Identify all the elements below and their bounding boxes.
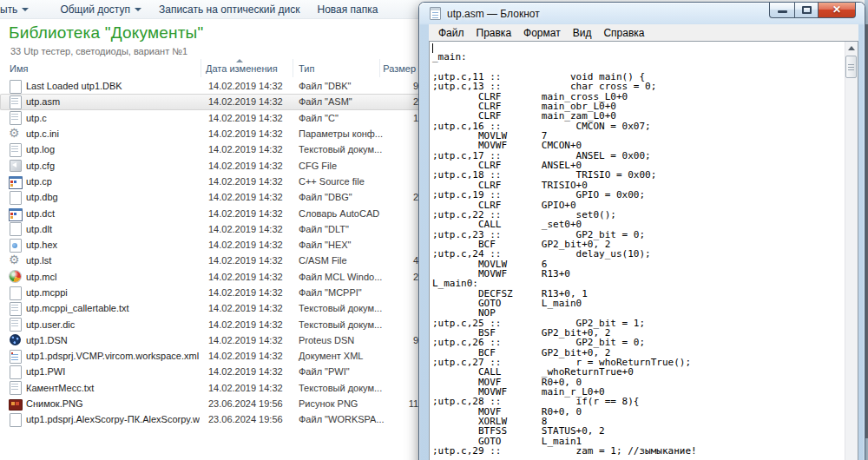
file-date: 14.02.2019 14:32 — [208, 303, 283, 313]
file-type: Proteus DSN — [299, 335, 354, 345]
page-lines-file-icon — [9, 302, 22, 315]
file-type: Файл "PWI" — [299, 366, 350, 377]
file-date: 14.02.2019 14:32 — [208, 287, 283, 298]
maximize-button[interactable] — [794, 3, 819, 18]
app-window-file-icon — [9, 207, 22, 220]
table-row[interactable]: utp.c.ini 14.02.2019 14:32 Параметры кон… — [0, 126, 441, 141]
file-date: 14.02.2019 14:32 — [208, 335, 283, 345]
page-lines-file-icon — [9, 143, 22, 156]
notepad-menubar: ФайлПравкаФорматВидСправка — [429, 24, 858, 41]
file-name: Last Loaded utp1.DBK — [26, 81, 200, 91]
notepad-client-area: ФайлПравкаФорматВидСправка _main: ;utp.c… — [429, 24, 858, 460]
proteus-file-icon — [9, 333, 22, 346]
file-type: Файл "MCPPI" — [299, 287, 362, 298]
file-name: utp.mcppi_callertable.txt — [26, 303, 200, 313]
notepad-text-area[interactable]: _main: ;utp.c,11 :: void main() { ;utp.c… — [429, 41, 858, 460]
file-name: utp.user.dic — [26, 319, 200, 330]
file-date: 14.02.2019 14:32 — [208, 96, 283, 107]
notepad-titlebar[interactable]: utp.asm — Блокнот ✕ — [419, 3, 865, 24]
table-row[interactable]: utp.mcppi 14.02.2019 14:32 Файл "MCPPI" … — [0, 285, 441, 300]
file-name: utp.dlt — [26, 224, 200, 234]
file-date: 14.02.2019 14:32 — [208, 176, 283, 187]
minimize-icon — [778, 10, 787, 13]
file-type: C/ASM File — [299, 255, 347, 266]
file-date: 23.06.2024 19:56 — [208, 398, 283, 409]
file-name: utp.hex — [26, 240, 200, 250]
window-controls: ✕ — [769, 3, 856, 18]
table-row[interactable]: utp1.DSN 14.02.2019 14:32 Proteus DSN 95… — [0, 332, 441, 348]
menu-file[interactable]: Файл — [432, 27, 470, 39]
column-header-date-label: Дата изменения — [206, 63, 278, 74]
file-date: 14.02.2019 14:32 — [208, 383, 283, 393]
table-row[interactable]: utp.hex 14.02.2019 14:32 Файл "HEX" 5 КБ — [0, 237, 441, 253]
menu-view[interactable]: Вид — [567, 27, 598, 39]
page-lines-file-icon — [9, 111, 22, 124]
menu-format[interactable]: Формат — [517, 27, 567, 39]
column-header-type[interactable]: Тип — [293, 59, 380, 77]
table-row[interactable]: utp.asm 14.02.2019 14:32 Файл "ASM" 27 К… — [0, 94, 441, 109]
toolbar-button-share-label: Общий доступ — [60, 3, 130, 16]
cfg-file-icon — [9, 159, 22, 172]
table-row[interactable]: utp1.PWI 14.02.2019 14:32 Файл "PWI" 1 К… — [0, 364, 441, 379]
table-row[interactable]: utp.dbg 14.02.2019 14:32 Файл "DBG" 20 К… — [0, 189, 441, 205]
gear-file-icon — [9, 254, 22, 267]
page-plain-file-icon — [9, 222, 22, 235]
toolbar-button-share[interactable]: Общий доступ — [55, 2, 147, 17]
toolbar-button-new-folder-label: Новая папка — [318, 3, 378, 16]
column-header-name[interactable]: Имя — [0, 59, 201, 77]
file-name: utp.lst — [26, 255, 200, 266]
toolbar-button-open-label: ыть — [0, 3, 17, 16]
table-row[interactable]: utp.log 14.02.2019 14:32 Текстовый докум… — [0, 141, 441, 157]
screen: ыть Общий доступ Записать на оптический … — [0, 0, 868, 460]
vertical-scrollbar[interactable] — [845, 42, 858, 460]
table-row[interactable]: Last Loaded utp1.DBK 14.02.2019 14:32 Фа… — [0, 78, 441, 94]
file-name: Снимок.PNG — [26, 398, 200, 409]
toolbar-button-open[interactable]: ыть — [0, 2, 34, 17]
table-row[interactable]: КаментМесс.txt 14.02.2019 14:32 Текстовы… — [0, 380, 441, 396]
table-row[interactable]: utp.mcl 14.02.2019 14:32 Файл MCL Windo.… — [0, 269, 441, 285]
table-row[interactable]: utp.mcppi_callertable.txt 14.02.2019 14:… — [0, 300, 441, 316]
table-row[interactable]: utp.dct 14.02.2019 14:32 Словарь AutoCAD… — [0, 205, 441, 220]
file-name: utp.mcl — [26, 272, 200, 282]
file-type: Рисунок PNG — [299, 398, 358, 409]
table-row[interactable]: utp.user.dic 14.02.2019 14:32 Текстовый … — [0, 316, 441, 332]
image-png-file-icon — [9, 398, 22, 411]
menu-edit[interactable]: Правка — [470, 27, 518, 39]
table-row[interactable]: utp1.pdsprj.VCMP.vircom.workspace.xml 14… — [0, 348, 441, 364]
file-date: 14.02.2019 14:32 — [208, 240, 283, 250]
gear-file-icon — [9, 128, 22, 141]
column-header-date[interactable]: Дата изменения — [201, 59, 293, 77]
toolbar-button-new-folder[interactable]: Новая папка — [312, 2, 384, 17]
file-date: 14.02.2019 14:32 — [208, 255, 283, 266]
close-button[interactable]: ✕ — [819, 3, 856, 18]
table-row[interactable]: utp.dlt 14.02.2019 14:32 Файл "DLT" 6 КБ — [0, 221, 441, 237]
menu-help[interactable]: Справка — [597, 27, 650, 39]
file-date: 14.02.2019 14:32 — [208, 319, 283, 330]
page-lines-file-icon — [9, 318, 22, 331]
page-title: Библиотека "Документы" — [9, 23, 203, 43]
scrollbar-thumb[interactable] — [845, 56, 857, 78]
window-title: utp.asm — Блокнот — [447, 8, 540, 20]
table-row[interactable]: Снимок.PNG 23.06.2024 19:56 Рисунок PNG … — [0, 396, 441, 411]
chevron-down-icon — [22, 8, 29, 11]
file-name: utp.dbg — [26, 192, 200, 202]
table-row[interactable]: utp.cp 14.02.2019 14:32 C++ Source file … — [0, 174, 441, 189]
scroll-up-button[interactable] — [845, 42, 858, 55]
toolbar-button-burn-label: Записать на оптический диск — [159, 3, 300, 16]
file-name: utp.cfg — [26, 161, 200, 171]
table-row[interactable]: utp1.pdsprj.AlexScorpy-ПК.AlexScorpy.w..… — [0, 411, 441, 427]
file-date: 14.02.2019 14:32 — [208, 192, 283, 202]
chevron-down-icon — [135, 8, 141, 11]
file-date: 14.02.2019 14:32 — [208, 128, 283, 139]
table-row[interactable]: utp.lst 14.02.2019 14:32 C/ASM File 44 К… — [0, 253, 441, 268]
code-content[interactable]: _main: ;utp.c,11 :: void main() { ;utp.c… — [430, 42, 858, 456]
file-type: Файл "DLT" — [299, 224, 349, 234]
file-type: Файл "DBG" — [299, 192, 352, 202]
notepad-window: utp.asm — Блокнот ✕ ФайлПравкаФорматВидС… — [419, 3, 865, 460]
table-row[interactable]: utp.cfg 14.02.2019 14:32 CFG File 1 КБ — [0, 157, 441, 173]
minimize-button[interactable] — [769, 3, 794, 18]
page-plain-file-icon — [9, 191, 22, 204]
toolbar-button-burn[interactable]: Записать на оптический диск — [154, 2, 306, 17]
table-row[interactable]: utp.c 14.02.2019 14:32 Файл "C" 12 КБ — [0, 110, 441, 126]
notepad-icon — [430, 7, 441, 20]
